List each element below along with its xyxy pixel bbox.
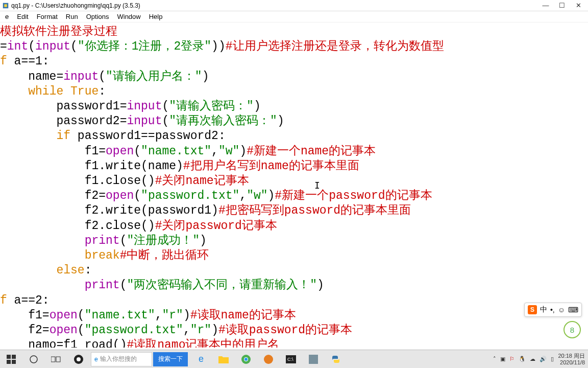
ime-lang-button[interactable]: 中 <box>540 305 547 314</box>
code-text: password1==password2: <box>70 129 226 143</box>
start-button[interactable] <box>0 350 22 368</box>
code-text: ) <box>317 279 324 292</box>
code-text <box>0 279 85 292</box>
text-cursor-icon: I <box>314 180 320 191</box>
code-text: ( <box>134 145 141 158</box>
taskbar-search-button[interactable]: 搜索一下 <box>153 352 188 366</box>
task-view-button[interactable] <box>45 350 67 368</box>
code-text: ( <box>99 70 106 83</box>
tray-cloud-icon[interactable]: ☁ <box>530 356 535 362</box>
code-text: f1= <box>0 145 106 158</box>
svg-point-6 <box>30 356 37 363</box>
code-string: "name.txt" <box>85 309 155 322</box>
app-generic-icon[interactable] <box>302 350 325 368</box>
code-text: ( <box>78 324 85 337</box>
code-text: password1= <box>0 100 127 113</box>
svg-rect-1 <box>4 4 7 7</box>
app-browser-icon[interactable] <box>257 350 280 368</box>
code-string: "你选择：1注册，2登录" <box>78 40 211 53</box>
ime-face-button[interactable]: ☺ <box>558 306 565 314</box>
code-editor[interactable]: 模拟软件注册登录过程 =int(input("你选择：1注册，2登录"))#让用… <box>0 22 588 348</box>
ime-punct-button[interactable]: •, <box>550 306 555 314</box>
code-builtin: print <box>85 279 120 292</box>
window-titlebar: qq1.py - C:\Users\zhuohongming\qq1.py (3… <box>0 0 588 11</box>
cortana-button[interactable] <box>22 350 45 368</box>
code-text: a==2: <box>7 294 50 307</box>
svg-rect-8 <box>56 357 60 362</box>
app-folder-icon[interactable] <box>212 350 235 368</box>
svg-point-13 <box>244 358 248 361</box>
edge-search-icon: e <box>94 356 98 363</box>
ime-toolbar[interactable]: S 中 •, ☺ ⌨ <box>524 303 582 317</box>
sogou-icon[interactable]: S <box>528 305 537 314</box>
tray-chevron-icon[interactable]: ˄ <box>493 356 496 362</box>
code-text: ) <box>183 309 190 322</box>
taskbar-clock[interactable]: 20:18 周日 2020/11/8 <box>558 353 585 365</box>
menu-run[interactable]: Run <box>62 12 82 21</box>
search-placeholder: 输入你想搜的 <box>100 355 137 363</box>
code-comment: #读取name的记事本 <box>190 309 296 322</box>
tray-app-icon[interactable]: ▣ <box>500 356 505 362</box>
maximize-button[interactable]: ☐ <box>558 2 566 9</box>
menu-format[interactable]: Format <box>33 12 62 21</box>
code-text: = <box>0 40 7 53</box>
code-text <box>0 249 85 262</box>
code-string: "请输入密码：" <box>169 100 254 113</box>
menu-edit[interactable]: Edit <box>13 12 32 21</box>
code-comment: #让用户选择注册还是登录，转化为数值型 <box>226 40 444 53</box>
code-string: "请再次输入密码：" <box>169 114 277 128</box>
python-file-icon <box>2 2 9 9</box>
taskbar: e 输入你想搜的 搜索一下 e C:\ ˄ ▣ ⚐ 🐧 ☁ 🔊 ▯ <box>0 350 588 368</box>
menu-bar: e Edit Format Run Options Window Help <box>0 11 588 22</box>
code-builtin: open <box>106 145 134 158</box>
code-text: f2.write(password1) <box>0 204 218 217</box>
code-text: ( <box>28 40 35 53</box>
tray-volume-icon[interactable]: 🔊 <box>540 356 547 362</box>
code-string: "password.txt" <box>141 189 239 202</box>
tray-security-icon[interactable]: ⚐ <box>509 356 514 362</box>
ime-keyboard-button[interactable]: ⌨ <box>568 306 578 314</box>
ime-status-circle[interactable]: 8 <box>564 321 581 338</box>
menu-options[interactable]: Options <box>82 12 113 21</box>
code-keyword: else <box>56 264 84 277</box>
obs-icon[interactable] <box>67 350 90 368</box>
menu-window[interactable]: Window <box>113 12 144 21</box>
code-comment: #新建一个password的记事本 <box>275 189 432 202</box>
code-text <box>0 234 85 247</box>
tray-qq-icon[interactable]: 🐧 <box>519 356 526 362</box>
app-python-icon[interactable] <box>325 350 347 368</box>
code-text: , <box>211 145 218 158</box>
code-comment: #新建一个name的记事本 <box>247 145 376 158</box>
code-text: namo=f1 road() <box>0 338 127 348</box>
code-builtin: int <box>7 40 28 53</box>
code-string: "注册成功！" <box>127 234 200 247</box>
code-text: ( <box>120 279 127 292</box>
code-string: "password.txt" <box>85 324 183 337</box>
svg-point-14 <box>264 355 273 364</box>
code-text: a==1: <box>7 55 50 68</box>
code-string: "name.txt" <box>141 145 211 158</box>
code-keyword: f <box>0 294 7 307</box>
code-comment: #关闭name记事本 <box>155 174 249 188</box>
menu-file[interactable]: e <box>1 12 13 21</box>
svg-text:C:\: C:\ <box>287 357 293 362</box>
code-text: )) <box>211 40 226 53</box>
code-text: f1= <box>0 309 50 322</box>
svg-rect-7 <box>51 357 55 362</box>
app-chrome-icon[interactable] <box>235 350 257 368</box>
minimize-button[interactable]: — <box>542 2 549 9</box>
clock-date: 2020/11/8 <box>558 359 585 365</box>
menu-help[interactable]: Help <box>145 12 167 21</box>
tray-network-icon[interactable]: ▯ <box>551 356 554 362</box>
svg-rect-5 <box>12 360 16 364</box>
code-text <box>0 85 28 98</box>
app-terminal-icon[interactable]: C:\ <box>280 350 302 368</box>
ime-status-value: 8 <box>570 326 574 334</box>
code-text: , <box>155 309 162 322</box>
code-builtin: print <box>85 234 120 247</box>
taskbar-search-input[interactable]: e 输入你想搜的 <box>91 352 152 366</box>
code-text <box>0 264 56 277</box>
close-button[interactable]: ✕ <box>575 2 582 9</box>
code-text: : <box>85 264 92 277</box>
app-ie-icon[interactable]: e <box>190 350 212 368</box>
